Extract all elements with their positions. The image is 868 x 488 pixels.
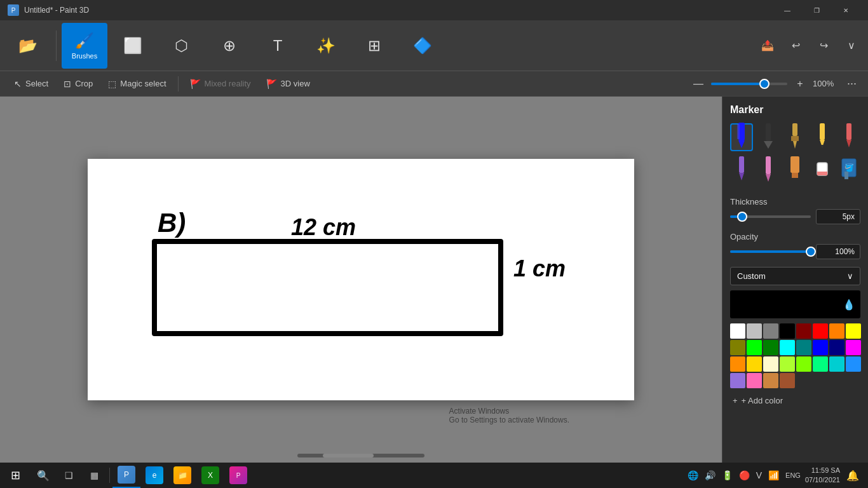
select-button[interactable]: ↖ Select xyxy=(8,76,55,92)
start-button[interactable]: ⊞ xyxy=(0,463,31,488)
stickers-button[interactable]: ⊕ xyxy=(207,23,252,69)
redo-button[interactable]: ↪ xyxy=(812,34,835,57)
taskbar-app-files[interactable]: 📁 xyxy=(168,463,196,488)
time-display: 11:59 SA xyxy=(805,466,840,475)
thickness-input[interactable]: 5px xyxy=(816,209,860,224)
color-cell[interactable] xyxy=(846,340,861,355)
crop-button[interactable]: ⊡ Crop xyxy=(57,76,99,92)
color-cell[interactable] xyxy=(829,323,844,339)
color-cell[interactable] xyxy=(813,323,828,339)
thickness-row: 5px xyxy=(730,209,860,224)
color-cell[interactable] xyxy=(747,323,762,339)
taskbar-app-paint3d[interactable]: P xyxy=(112,463,140,488)
brush-oil[interactable] xyxy=(783,123,806,151)
brush-spray[interactable] xyxy=(837,123,860,151)
share-button[interactable]: 📤 xyxy=(756,34,779,57)
color-cell[interactable] xyxy=(796,340,811,355)
3d-library-button[interactable]: 🔷 xyxy=(400,23,445,69)
system-tray-icon-1[interactable]: 🌐 xyxy=(686,470,700,480)
widgets-button[interactable]: ▦ xyxy=(81,463,107,488)
thickness-thumb[interactable] xyxy=(737,212,747,222)
clock[interactable]: 11:59 SA 07/10/2021 xyxy=(805,466,840,485)
color-cell[interactable] xyxy=(747,373,762,388)
system-tray-icon-2[interactable]: 🔊 xyxy=(703,470,717,480)
color-cell[interactable] xyxy=(763,340,778,355)
opacity-fill xyxy=(730,250,811,253)
system-tray-icon-4[interactable]: 🔴 xyxy=(737,470,752,480)
search-button[interactable]: 🔍 xyxy=(31,463,56,488)
notification-button[interactable]: 🔔 xyxy=(843,463,863,488)
canvas-scrollbar[interactable] xyxy=(297,454,424,458)
mixed-reality-button[interactable]: 🚩 Mixed reality xyxy=(184,76,257,92)
color-cell[interactable] xyxy=(763,373,778,388)
undo-button[interactable]: ↩ xyxy=(784,34,807,57)
color-cell[interactable] xyxy=(780,340,795,355)
text-button[interactable]: T xyxy=(255,23,301,69)
drawing-canvas[interactable]: 12 cm 1 cm B) xyxy=(88,159,634,400)
minimize-button[interactable]: — xyxy=(773,0,802,20)
color-cell[interactable] xyxy=(813,340,828,355)
color-cell[interactable] xyxy=(763,356,778,372)
zoom-in-button[interactable]: + xyxy=(792,76,808,92)
task-view-button[interactable]: ❑ xyxy=(56,463,81,488)
color-cell[interactable] xyxy=(796,356,811,372)
eyedropper-button[interactable]: 💧 xyxy=(843,299,855,311)
effects-button[interactable]: ✨ xyxy=(303,23,349,69)
color-cell[interactable] xyxy=(747,356,762,372)
color-cell[interactable] xyxy=(780,356,795,372)
zoom-out-button[interactable]: — xyxy=(691,76,706,92)
color-cell[interactable] xyxy=(763,323,778,339)
taskbar-app-paint-net[interactable]: P xyxy=(224,463,252,488)
language-indicator[interactable]: ENG xyxy=(783,471,803,479)
zoom-thumb[interactable] xyxy=(759,79,770,89)
taskbar-app-gamepass[interactable]: X xyxy=(196,463,224,488)
thickness-slider[interactable] xyxy=(730,210,811,223)
color-cell[interactable] xyxy=(846,323,861,339)
maximize-button[interactable]: ❐ xyxy=(802,0,831,20)
add-color-button[interactable]: + + Add color xyxy=(730,393,860,408)
color-cell[interactable] xyxy=(829,340,844,355)
brush-marker[interactable] xyxy=(730,123,753,151)
3d-view-button[interactable]: 🚩 3D view xyxy=(260,76,316,92)
close-button[interactable]: ✕ xyxy=(831,0,860,20)
color-cell[interactable] xyxy=(846,356,861,372)
brush-watercolor[interactable] xyxy=(730,156,753,184)
color-cell[interactable] xyxy=(730,356,745,372)
color-cell[interactable] xyxy=(730,323,745,339)
color-cell[interactable] xyxy=(730,373,745,388)
brush-pencil[interactable] xyxy=(811,123,834,151)
brush-pastel[interactable] xyxy=(757,156,780,184)
color-cell[interactable] xyxy=(780,323,795,339)
opacity-input[interactable]: 100% xyxy=(816,244,860,259)
brushes-button[interactable]: 🖌️ Brushes xyxy=(62,23,107,69)
brush-calligraphy[interactable] xyxy=(757,123,780,151)
color-cell[interactable] xyxy=(829,356,844,372)
brush-eraser[interactable] xyxy=(811,156,834,184)
selected-color-swatch[interactable]: 💧 xyxy=(730,290,860,318)
brush-fill[interactable]: 🪣 xyxy=(837,156,860,184)
3d-shapes-button[interactable]: ⬡ xyxy=(158,23,204,69)
antivirus-icon[interactable]: V xyxy=(754,470,764,480)
open-button[interactable]: 📂 xyxy=(5,23,51,69)
opacity-thumb[interactable] xyxy=(806,247,816,257)
more-button[interactable]: ∨ xyxy=(840,34,863,57)
wifi-icon[interactable]: 📶 xyxy=(766,470,781,480)
brush-pixel[interactable] xyxy=(783,156,806,184)
color-cell[interactable] xyxy=(730,340,745,355)
canvas-button[interactable]: ⊞ xyxy=(351,23,397,69)
2d-shapes-button[interactable]: ⬜ xyxy=(110,23,156,69)
color-cell[interactable] xyxy=(747,340,762,355)
zoom-slider[interactable] xyxy=(711,83,787,85)
color-cell[interactable] xyxy=(813,356,828,372)
more-options-button[interactable]: ··· xyxy=(843,76,860,92)
taskbar-app-edge[interactable]: e xyxy=(140,463,168,488)
custom-dropdown[interactable]: Custom ∨ xyxy=(730,267,860,285)
system-tray-icon-3[interactable]: 🔋 xyxy=(720,470,735,480)
canvas-area[interactable]: 12 cm 1 cm B) Activate Windows Go to Set… xyxy=(0,97,722,463)
color-cell[interactable] xyxy=(780,373,795,388)
color-cell[interactable] xyxy=(796,323,811,339)
magic-select-button[interactable]: ⬚ Magic select xyxy=(102,76,172,92)
activate-line2: Go to Settings to activate Windows. xyxy=(449,416,569,424)
opacity-slider[interactable] xyxy=(730,245,811,258)
taskbar-right: 🌐 🔊 🔋 🔴 V 📶 ENG 11:59 SA 07/10/2021 🔔 xyxy=(681,463,868,488)
